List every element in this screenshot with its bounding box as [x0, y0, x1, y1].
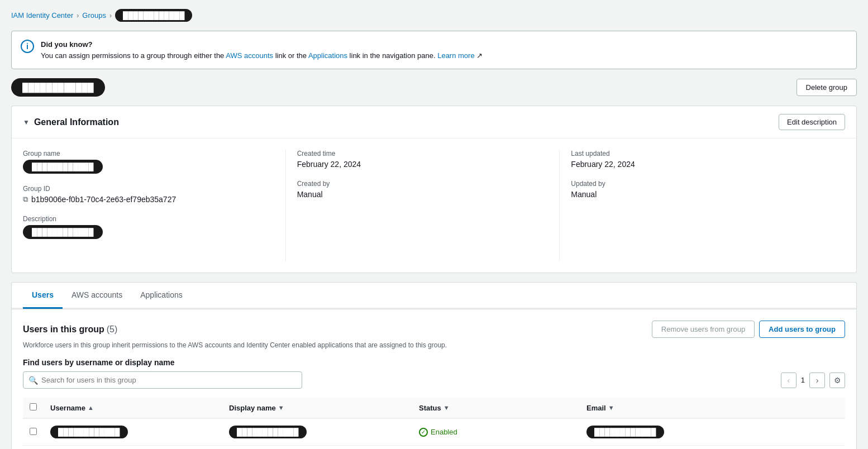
- breadcrumb-groups[interactable]: Groups: [82, 11, 106, 20]
- pagination-next-button[interactable]: ›: [809, 372, 825, 388]
- page-title: ████████████: [11, 78, 105, 97]
- updated-by-row: Updated by Manual: [571, 180, 834, 199]
- description-row: Description ████████████: [23, 215, 274, 239]
- col-header-username[interactable]: Username ▲: [44, 398, 222, 418]
- edit-description-button[interactable]: Edit description: [779, 114, 845, 130]
- breadcrumb-sep-1: ›: [77, 12, 79, 20]
- tabs-container: Users AWS accounts Applications: [11, 282, 857, 309]
- info-col-1: Group name ████████████ Group ID ⧉ b1b90…: [23, 150, 286, 261]
- email-sort-icon[interactable]: ▼: [608, 404, 614, 411]
- table-settings-button[interactable]: ⚙: [829, 372, 845, 388]
- info-banner-text1: You can assign permissions to a group th…: [41, 51, 226, 60]
- last-updated-label: Last updated: [571, 150, 834, 157]
- row-displayname-value: ████████████: [229, 426, 307, 438]
- select-all-checkbox[interactable]: [30, 403, 37, 410]
- group-name-row: Group name ████████████: [23, 150, 274, 174]
- search-icon: 🔍: [28, 376, 38, 385]
- info-banner-text3: link in the navigation pane.: [347, 51, 437, 60]
- username-sort-icon[interactable]: ▲: [88, 404, 94, 411]
- info-banner-text2: link or the: [273, 51, 308, 60]
- search-input[interactable]: [23, 371, 302, 389]
- group-name-pill: ████████████: [23, 160, 103, 174]
- general-info-header: ▼ General Information Edit description: [12, 106, 856, 138]
- group-id-value: b1b9006e-f0b1-70c4-2e63-ef79eb35a727: [31, 195, 176, 204]
- group-id-row: Group ID ⧉ b1b9006e-f0b1-70c4-2e63-ef79e…: [23, 185, 274, 204]
- row-status-cell: ✓ Enabled: [412, 418, 580, 446]
- row-checkbox[interactable]: [30, 428, 37, 435]
- aws-accounts-link[interactable]: AWS accounts: [226, 51, 273, 60]
- group-name-value: ████████████: [23, 160, 274, 174]
- created-by-label: Created by: [297, 180, 549, 188]
- group-id-value-row: ⧉ b1b9006e-f0b1-70c4-2e63-ef79eb35a727: [23, 195, 274, 204]
- created-time-label: Created time: [297, 150, 549, 157]
- row-status-value: Enabled: [431, 428, 457, 436]
- created-time-value: February 22, 2024: [297, 160, 549, 169]
- last-updated-row: Last updated February 22, 2024: [571, 150, 834, 169]
- info-grid: Group name ████████████ Group ID ⧉ b1b90…: [23, 150, 845, 261]
- add-users-button[interactable]: Add users to group: [759, 321, 845, 338]
- col-header-displayname[interactable]: Display name ▼: [222, 398, 412, 418]
- remove-users-button[interactable]: Remove users from group: [652, 321, 755, 338]
- row-email-value: ████████████: [586, 426, 664, 438]
- pagination-prev-button[interactable]: ‹: [781, 372, 797, 388]
- collapse-icon[interactable]: ▼: [23, 118, 30, 126]
- search-row: 🔍 ‹ 1 › ⚙: [23, 371, 845, 389]
- group-name-label: Group name: [23, 150, 274, 157]
- info-col-3: Last updated February 22, 2024 Updated b…: [571, 150, 845, 261]
- created-by-row: Created by Manual: [297, 180, 549, 199]
- description-value: ████████████: [23, 225, 274, 239]
- users-title-area: Users in this group (5): [23, 324, 117, 335]
- copy-id-icon[interactable]: ⧉: [23, 195, 28, 204]
- tab-applications[interactable]: Applications: [131, 283, 192, 309]
- info-banner: i Did you know? You can assign permissio…: [11, 31, 857, 69]
- pagination-row: ‹ 1 › ⚙: [781, 372, 845, 388]
- tab-users[interactable]: Users: [23, 283, 63, 309]
- created-time-row: Created time February 22, 2024: [297, 150, 549, 169]
- col-header-email[interactable]: Email ▼: [580, 398, 845, 418]
- breadcrumb-current: ████████████: [115, 9, 193, 22]
- displayname-sort-icon[interactable]: ▼: [278, 404, 284, 411]
- general-info-body: Group name ████████████ Group ID ⧉ b1b90…: [12, 138, 856, 273]
- table-header-row: Username ▲ Display name ▼ Status ▼: [23, 398, 845, 418]
- general-info-title-text: General Information: [34, 117, 119, 127]
- enabled-icon: ✓: [419, 428, 428, 437]
- learn-more-link[interactable]: Learn more: [437, 51, 474, 60]
- last-updated-value: February 22, 2024: [571, 160, 834, 169]
- users-table: Username ▲ Display name ▼ Status ▼: [23, 398, 845, 446]
- username-col-label: Username: [50, 404, 85, 412]
- email-col-label: Email: [586, 404, 606, 412]
- general-info-title: ▼ General Information: [23, 117, 119, 127]
- delete-group-button[interactable]: Delete group: [797, 79, 857, 96]
- row-status-badge: ✓ Enabled: [419, 428, 573, 437]
- status-sort-icon[interactable]: ▼: [443, 404, 450, 411]
- col-header-checkbox: [23, 398, 44, 418]
- info-banner-title: Did you know?: [41, 40, 92, 49]
- users-subtitle: Workforce users in this group inherit pe…: [23, 341, 845, 349]
- info-banner-text: Did you know? You can assign permissions…: [41, 39, 483, 61]
- users-actions: Remove users from group Add users to gro…: [652, 321, 845, 338]
- displayname-col-label: Display name: [229, 404, 276, 412]
- users-header: Users in this group (5) Remove users fro…: [23, 321, 845, 338]
- row-email-cell: ████████████: [580, 418, 845, 446]
- table-row: ████████████ ████████████ ✓ Enabled ████…: [23, 418, 845, 446]
- row-username-value: ████████████: [50, 426, 128, 438]
- pagination-current: 1: [801, 376, 805, 384]
- created-by-value: Manual: [297, 190, 549, 199]
- tabs: Users AWS accounts Applications: [12, 283, 856, 309]
- row-checkbox-cell: [23, 418, 44, 446]
- info-icon: i: [21, 40, 34, 53]
- info-col-2: Created time February 22, 2024 Created b…: [297, 150, 560, 261]
- description-label: Description: [23, 215, 274, 223]
- updated-by-value: Manual: [571, 190, 834, 199]
- group-id-label: Group ID: [23, 185, 274, 193]
- breadcrumb-iam[interactable]: IAM Identity Center: [11, 11, 73, 20]
- breadcrumb: IAM Identity Center › Groups › █████████…: [11, 9, 857, 22]
- tab-aws-accounts[interactable]: AWS accounts: [63, 283, 131, 309]
- col-header-status[interactable]: Status ▼: [412, 398, 580, 418]
- description-pill: ████████████: [23, 225, 103, 239]
- breadcrumb-sep-2: ›: [109, 12, 112, 20]
- general-info-card: ▼ General Information Edit description G…: [11, 106, 857, 273]
- applications-link[interactable]: Applications: [308, 51, 347, 60]
- users-section-title: Users in this group: [23, 324, 104, 334]
- status-col-label: Status: [419, 404, 441, 412]
